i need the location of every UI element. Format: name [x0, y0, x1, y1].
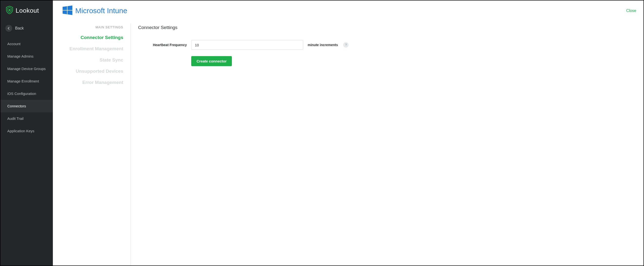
- sidebar-item-manage-enrollment[interactable]: Manage Enrollment: [0, 75, 53, 87]
- heartbeat-row: Heartbeat Frequency minute increments ?: [138, 40, 634, 50]
- sidebar-item-application-keys[interactable]: Application Keys: [0, 125, 53, 137]
- sidebar-item-label: iOS Configuration: [7, 91, 36, 96]
- svg-marker-2: [62, 11, 67, 14]
- svg-marker-1: [68, 6, 72, 10]
- chevron-left-icon: [5, 25, 12, 32]
- sidebar-item-label: Manage Device Groups: [7, 67, 46, 71]
- sidebar-item-account[interactable]: Account: [0, 38, 53, 50]
- windows-logo-icon: [62, 5, 72, 16]
- settings-nav-unsupported-devices[interactable]: Unsupported Devices: [76, 69, 123, 74]
- settings-nav-state-sync[interactable]: State Sync: [100, 57, 123, 63]
- settings-nav-enrollment-management[interactable]: Enrollment Management: [70, 46, 123, 52]
- intune-brand: Microsoft Intune: [62, 5, 127, 16]
- settings-nav-label: Error Management: [82, 80, 123, 85]
- heartbeat-input[interactable]: [191, 40, 303, 50]
- main-header: Microsoft Intune Close: [53, 1, 644, 21]
- sidebar-item-label: Application Keys: [7, 129, 34, 133]
- svg-marker-3: [68, 11, 72, 15]
- sidebar-item-ios-configuration[interactable]: iOS Configuration: [0, 87, 53, 100]
- sidebar-item-manage-device-groups[interactable]: Manage Device Groups: [0, 62, 53, 75]
- settings-nav-label: State Sync: [100, 57, 123, 62]
- sidebar-item-label: Manage Enrollment: [7, 79, 39, 83]
- back-label: Back: [15, 26, 24, 31]
- heartbeat-label: Heartbeat Frequency: [138, 43, 187, 47]
- settings-nav-label: Unsupported Devices: [76, 69, 123, 74]
- sidebar-item-label: Account: [7, 42, 20, 46]
- sidebar-item-manage-admins[interactable]: Manage Admins: [0, 50, 53, 62]
- settings-panel: Connector Settings Heartbeat Frequency m…: [131, 24, 634, 265]
- panel-title: Connector Settings: [138, 25, 634, 30]
- sidebar: Lookout Back Account Manage Admins Manag…: [0, 1, 53, 265]
- main-content: Microsoft Intune Close MAIN SETTINGS Con…: [53, 1, 644, 265]
- settings-nav-label: Connector Settings: [80, 35, 123, 40]
- product-name: Microsoft Intune: [75, 7, 127, 15]
- sidebar-item-label: Manage Admins: [7, 54, 34, 58]
- settings-nav-label: Enrollment Management: [70, 46, 123, 51]
- sidebar-item-connectors[interactable]: Connectors: [0, 100, 53, 112]
- app-root: Lookout Back Account Manage Admins Manag…: [0, 0, 644, 266]
- settings-nav-error-management[interactable]: Error Management: [82, 80, 123, 85]
- help-icon[interactable]: ?: [343, 42, 348, 48]
- sidebar-item-label: Audit Trail: [7, 116, 24, 120]
- settings-nav-heading: MAIN SETTINGS: [96, 25, 123, 29]
- settings-nav-connector-settings[interactable]: Connector Settings: [80, 35, 123, 40]
- settings-nav: MAIN SETTINGS Connector Settings Enrollm…: [62, 24, 131, 265]
- content-row: MAIN SETTINGS Connector Settings Enrollm…: [53, 21, 644, 265]
- back-button[interactable]: Back: [0, 23, 53, 38]
- sidebar-nav: Account Manage Admins Manage Device Grou…: [0, 38, 53, 137]
- svg-marker-0: [62, 6, 67, 10]
- button-row: Create connector: [138, 56, 634, 66]
- create-connector-button[interactable]: Create connector: [191, 56, 232, 66]
- brand-name: Lookout: [16, 7, 39, 14]
- lookout-shield-icon: [6, 6, 13, 15]
- brand: Lookout: [0, 1, 53, 23]
- heartbeat-suffix: minute increments: [308, 43, 338, 47]
- sidebar-item-label: Connectors: [7, 104, 26, 108]
- close-button[interactable]: Close: [626, 9, 636, 13]
- sidebar-item-audit-trail[interactable]: Audit Trail: [0, 112, 53, 125]
